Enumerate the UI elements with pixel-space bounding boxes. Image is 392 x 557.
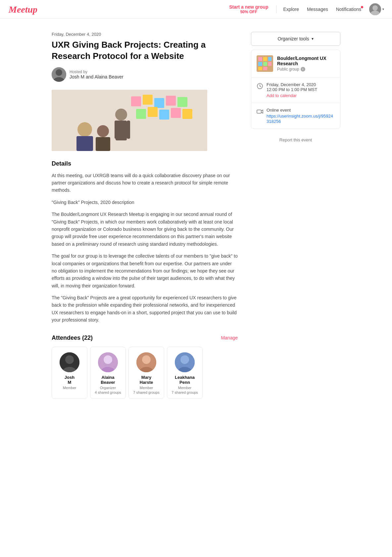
svg-rect-10 xyxy=(154,98,164,108)
attendees-section: Attendees (22) Manage JoshM Member xyxy=(52,334,238,399)
nav-explore[interactable]: Explore xyxy=(283,7,299,12)
svg-text:Meetup: Meetup xyxy=(8,4,37,15)
details-heading: Details xyxy=(52,160,238,167)
promo-banner[interactable]: Start a new group 50% OFF xyxy=(229,4,268,14)
attendee-role: Member xyxy=(140,386,153,390)
online-event-label: Online event xyxy=(267,108,335,113)
attendee-role: Organizer xyxy=(100,386,116,390)
svg-rect-44 xyxy=(268,62,271,66)
user-menu[interactable]: ▾ xyxy=(369,3,384,15)
chevron-down-icon: ▾ xyxy=(382,7,384,11)
svg-rect-21 xyxy=(127,121,130,139)
svg-rect-16 xyxy=(171,108,181,118)
attendee-name: JoshM xyxy=(65,375,74,385)
attendee-groups: 7 shared groups xyxy=(172,390,198,394)
attendee-card[interactable]: LeakhanaPenn Member 7 shared groups xyxy=(167,347,203,399)
svg-rect-45 xyxy=(258,67,262,70)
clock-icon xyxy=(257,83,263,89)
group-type: Public group i xyxy=(277,67,335,72)
report-event-link[interactable]: Report this event xyxy=(251,133,340,147)
site-header: Meetup Start a new group 50% OFF Explore… xyxy=(0,0,392,19)
event-date: Friday, December 4, 2020 xyxy=(52,32,238,37)
svg-rect-13 xyxy=(136,109,146,119)
description-5: The "Giving Back" Projects are a great o… xyxy=(52,294,238,324)
svg-rect-48 xyxy=(257,110,261,113)
host-avatar xyxy=(52,67,66,82)
attendee-card[interactable]: MaryHarste Member 7 shared groups xyxy=(128,347,164,399)
svg-rect-25 xyxy=(96,137,110,151)
event-time-text: 12:00 PM to 1:00 PM MST xyxy=(267,87,317,92)
attendee-card[interactable]: JoshM Member xyxy=(52,347,87,399)
svg-rect-15 xyxy=(159,110,169,120)
svg-rect-43 xyxy=(263,62,267,66)
avatar xyxy=(98,352,118,372)
group-type-label: Public group xyxy=(277,67,299,72)
add-to-calendar-link[interactable]: Add to calendar xyxy=(267,93,297,98)
svg-rect-8 xyxy=(131,96,141,106)
host-names: Josh M and Alaina Beaver xyxy=(70,74,123,79)
svg-point-33 xyxy=(142,355,151,364)
notifications-label: Notifications xyxy=(336,7,361,12)
event-image xyxy=(52,90,207,151)
description-2: "Giving Back" Projects, 2020 description xyxy=(52,199,238,206)
hosted-by: Hosted by Josh M and Alaina Beaver xyxy=(52,67,238,82)
group-name: Boulder/Longmont UX Research xyxy=(277,56,335,66)
svg-point-18 xyxy=(115,109,127,121)
promo-link-text: Start a new group xyxy=(229,4,268,10)
main-nav: Explore Messages Notifications ▾ xyxy=(283,3,384,15)
event-datetime-row: Friday, December 4, 2020 12:00 PM to 1:0… xyxy=(251,77,340,103)
svg-point-27 xyxy=(65,355,74,364)
info-icon[interactable]: i xyxy=(301,67,305,72)
avatar xyxy=(175,352,195,372)
svg-rect-14 xyxy=(148,107,158,117)
event-datetime-content: Friday, December 4, 2020 12:00 PM to 1:0… xyxy=(267,82,317,98)
svg-rect-42 xyxy=(258,62,262,66)
group-info[interactable]: Boulder/Longmont UX Research Public grou… xyxy=(251,50,340,77)
svg-point-36 xyxy=(180,355,189,364)
svg-point-4 xyxy=(56,69,62,76)
organizer-tools-label: Organizer tools xyxy=(278,36,309,41)
svg-rect-23 xyxy=(76,136,93,151)
manage-link[interactable]: Manage xyxy=(221,335,238,340)
svg-rect-11 xyxy=(166,96,176,106)
svg-rect-40 xyxy=(263,57,267,61)
avatar xyxy=(369,3,381,15)
organizer-tools-button[interactable]: Organizer tools ▾ xyxy=(251,32,340,46)
event-title: UXR Giving Back Projects: Creating a Res… xyxy=(52,39,238,62)
svg-point-22 xyxy=(77,122,92,137)
attendee-card[interactable]: AlainaBeaver Organizer 4 shared groups xyxy=(90,347,126,399)
svg-rect-17 xyxy=(182,109,192,119)
svg-rect-9 xyxy=(143,95,153,105)
sidebar-card: Boulder/Longmont UX Research Public grou… xyxy=(251,50,340,129)
svg-rect-41 xyxy=(268,57,271,61)
video-icon xyxy=(257,108,263,115)
meetup-logo[interactable]: Meetup xyxy=(8,3,38,15)
svg-rect-12 xyxy=(177,97,187,107)
promo-discount-text: 50% OFF xyxy=(229,10,268,14)
attendees-grid: JoshM Member AlainaBeaver Organizer 4 s xyxy=(52,347,238,399)
online-event-content: Online event https://userinsight.zoom.us… xyxy=(267,108,335,124)
attendee-name: MaryHarste xyxy=(140,375,153,385)
event-date-text: Friday, December 4, 2020 xyxy=(267,82,317,87)
attendees-heading: Attendees (22) xyxy=(52,334,93,341)
chevron-down-icon: ▾ xyxy=(312,36,314,41)
nav-notifications[interactable]: Notifications xyxy=(336,7,361,12)
attendee-groups: 4 shared groups xyxy=(95,390,121,394)
avatar xyxy=(136,352,156,372)
attendee-name: LeakhanaPenn xyxy=(175,375,195,385)
group-thumbnail xyxy=(257,55,273,72)
notification-dot xyxy=(361,6,363,8)
svg-rect-20 xyxy=(115,121,118,139)
attendee-role: Member xyxy=(63,386,76,390)
description-1: At this meeting, our UXRGB teams will do… xyxy=(52,172,238,194)
online-event-row: Online event https://userinsight.zoom.us… xyxy=(251,103,340,128)
attendee-name: AlainaBeaver xyxy=(101,375,115,385)
attendee-role: Member xyxy=(178,386,191,390)
svg-rect-39 xyxy=(258,57,262,61)
zoom-link[interactable]: https://userinsight.zoom.us/j/9592431825… xyxy=(267,114,333,124)
nav-messages[interactable]: Messages xyxy=(307,7,328,12)
hosted-by-label: Hosted by xyxy=(70,70,123,74)
svg-point-30 xyxy=(104,355,112,364)
attendee-groups: 7 shared groups xyxy=(133,390,160,394)
svg-point-24 xyxy=(97,125,109,137)
